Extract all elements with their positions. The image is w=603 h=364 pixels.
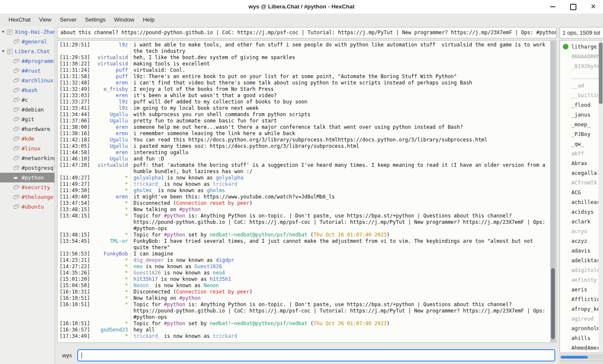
sidebar-item-security[interactable]: #security (0, 182, 54, 192)
user-acg[interactable]: ACG (560, 187, 603, 197)
sidebar-item-bash[interactable]: #bash (0, 85, 54, 95)
user-_janus[interactable]: _janus (560, 110, 603, 120)
nick[interactable]: FunkyBob (91, 251, 128, 257)
nick[interactable]: l9z (91, 42, 128, 48)
user-agireud[interactable]: agireud (560, 314, 603, 323)
sidebar-item-postgresql[interactable]: #postgresql (0, 163, 54, 173)
user-_qw_[interactable]: _qw_ (560, 139, 603, 149)
menu-hexchat[interactable]: HexChat (4, 14, 35, 26)
user-achilleas[interactable]: achilleas (560, 197, 603, 207)
maximize-button[interactable] (567, 0, 579, 13)
message-input[interactable] (78, 350, 554, 361)
nick[interactable]: eren (91, 124, 128, 130)
nick[interactable]: * (91, 321, 128, 327)
bottom-scrollbar-track[interactable] (560, 360, 603, 364)
nick[interactable]: * (91, 187, 128, 194)
nick[interactable]: godSend23 (91, 327, 128, 333)
user-abff[interactable]: abff (560, 149, 603, 158)
nick[interactable]: l9z (91, 99, 128, 105)
user-afropy_ke[interactable]: afropy_ke (560, 304, 603, 314)
nick[interactable]: eren (91, 149, 128, 156)
nick[interactable]: virtualsid (91, 61, 128, 67)
nick[interactable]: Ugallu (91, 137, 128, 143)
nick[interactable]: * (91, 175, 128, 181)
user-acfromtx[interactable]: ACfromTX (560, 178, 603, 187)
nick[interactable]: TML-or (91, 238, 128, 244)
user-adeliktas[interactable]: adeliktas (560, 255, 603, 265)
nick[interactable]: Ugallu (91, 143, 128, 149)
nick[interactable]: e_frisby (91, 86, 128, 92)
user-list-scrollbar-thumb[interactable] (599, 43, 603, 104)
user-_flood[interactable]: _flood (560, 100, 603, 110)
sidebar-item-c[interactable]: #c (0, 95, 54, 105)
sidebar-item-python[interactable]: #python (0, 173, 54, 182)
user-_moep_[interactable]: _moep_ (560, 120, 603, 129)
user-list-hscrollbar-thumb[interactable] (561, 356, 588, 359)
user-acidsys[interactable]: acidsys (560, 207, 603, 217)
nick[interactable]: * (91, 289, 128, 295)
minimize-button[interactable] (546, 0, 559, 13)
user-_8192byte[interactable]: _8192byte (560, 61, 603, 71)
nick[interactable]: * (91, 270, 128, 276)
nick[interactable]: eren (91, 194, 128, 200)
user-__builtin[interactable]: __builtin (560, 90, 603, 100)
sidebar-item-ubuntu[interactable]: #ubuntu (0, 202, 54, 212)
nick[interactable]: * (91, 263, 128, 270)
nick[interactable]: * (91, 206, 128, 213)
nick[interactable]: * (91, 276, 128, 283)
user-list-scrollbar[interactable] (598, 41, 603, 352)
nick[interactable]: virtualsid (91, 162, 128, 168)
user-abrax[interactable]: Abrax (560, 158, 603, 168)
nick[interactable]: Ugallu (91, 156, 128, 162)
nick[interactable]: * (91, 283, 128, 289)
nick[interactable]: puff (91, 67, 128, 73)
nick[interactable]: * (91, 257, 128, 263)
sidebar-item-thelounge[interactable]: #thelounge (0, 192, 54, 202)
nick[interactable]: * (91, 302, 128, 308)
sidebar-item-linux[interactable]: #linux (0, 144, 54, 153)
user-agronholm[interactable]: agronholm (560, 323, 603, 333)
user-acegalla[interactable]: acegalla- (560, 168, 603, 178)
close-button[interactable]: ✕ (587, 0, 600, 13)
user-aefinity[interactable]: aefinity (560, 275, 603, 285)
nick[interactable]: Ugallu (91, 111, 128, 118)
user-ahmedamer[interactable]: AhmedAmer (560, 343, 603, 353)
user-aclark[interactable]: aclark (560, 217, 603, 226)
expander-arrow-icon[interactable]: ▼ (0, 27, 6, 37)
chat-scrollbar[interactable] (550, 41, 556, 342)
nick[interactable]: * (91, 333, 128, 340)
expander-arrow-icon[interactable]: ▼ (0, 46, 6, 56)
topic-bar[interactable]: about this channel? https://pound-python… (57, 27, 557, 38)
menu-view[interactable]: View (35, 14, 56, 26)
menu-window[interactable]: Window (110, 14, 139, 26)
sidebar-item-kde[interactable]: #kde (0, 134, 54, 144)
user-aczyz[interactable]: aczyz (560, 236, 603, 246)
user-acryo[interactable]: acryo (560, 226, 603, 236)
user-_________[interactable]: _________ (560, 71, 603, 81)
user-list-hscrollbar[interactable] (560, 355, 603, 359)
sidebar-item-hardware[interactable]: #hardware (0, 124, 54, 134)
nick[interactable]: eren (91, 130, 128, 137)
nick[interactable]: * (91, 200, 128, 206)
sidebar-item-liberachat[interactable]: ▼Libera.Chat (0, 46, 54, 56)
user-068aadrkn[interactable]: 068AADRKN (560, 52, 603, 61)
sidebar-item-programmi[interactable]: ##programmi (0, 56, 54, 66)
user-afflictio[interactable]: Afflictio (560, 294, 603, 304)
user-_pjboy[interactable]: _PJBoy (560, 129, 603, 139)
menu-help[interactable]: Help (139, 14, 159, 26)
sidebar-item-xinghaizhan[interactable]: ▼Xing-Hai-Zhan (0, 27, 54, 37)
sidebar-item-rust[interactable]: ##rust (0, 66, 54, 76)
nick[interactable]: * (91, 181, 128, 187)
user-adigitole[interactable]: adigitole (560, 265, 603, 275)
user-litharge[interactable]: litharge (560, 42, 603, 52)
nick[interactable]: Ugallu (91, 118, 128, 124)
nick[interactable]: puff (91, 73, 128, 80)
menu-server[interactable]: Server (56, 14, 81, 26)
nick[interactable]: eren (91, 92, 128, 99)
nick[interactable]: virtualsid (91, 54, 128, 61)
user-adavis[interactable]: adavis (560, 246, 603, 255)
nick[interactable]: * (91, 295, 128, 302)
sidebar-item-git[interactable]: #git (0, 114, 54, 124)
nick[interactable]: l9z (91, 105, 128, 111)
menu-settings[interactable]: Settings (81, 14, 110, 26)
